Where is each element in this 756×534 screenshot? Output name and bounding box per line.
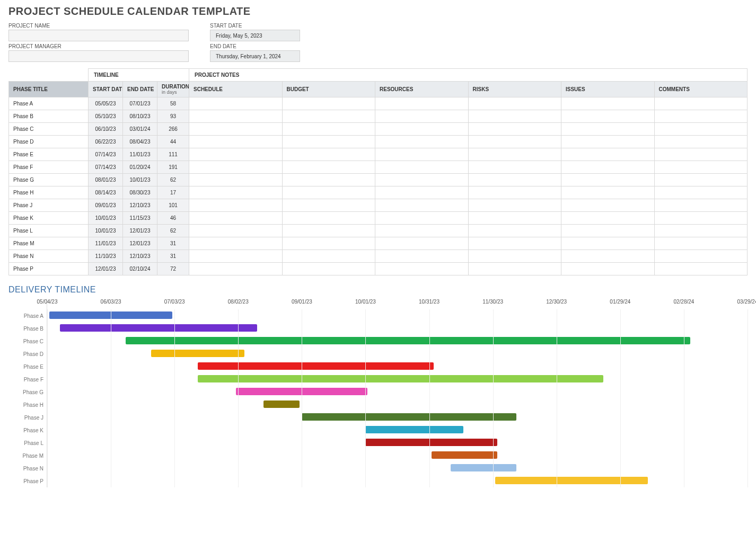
cell-budget[interactable] [282, 199, 375, 212]
cell-end[interactable]: 08/04/23 [123, 136, 157, 148]
cell-risks[interactable] [468, 148, 561, 161]
cell-budget[interactable] [282, 212, 375, 225]
cell-budget[interactable] [282, 97, 375, 110]
cell-resources[interactable] [375, 225, 469, 237]
cell-schedule[interactable] [189, 237, 283, 250]
cell-issues[interactable] [561, 174, 655, 186]
cell-end[interactable]: 12/01/23 [123, 237, 157, 250]
cell-schedule[interactable] [189, 148, 283, 161]
cell-comments[interactable] [654, 123, 748, 136]
table-row[interactable]: Phase B05/10/2308/10/2393 [9, 110, 748, 123]
cell-phase[interactable]: Phase F [9, 161, 89, 174]
cell-comments[interactable] [654, 148, 748, 161]
cell-schedule[interactable] [189, 263, 283, 275]
cell-duration[interactable]: 111 [157, 148, 189, 161]
cell-duration[interactable]: 266 [157, 123, 189, 136]
cell-end[interactable]: 10/01/23 [123, 174, 157, 186]
cell-comments[interactable] [654, 174, 748, 186]
cell-duration[interactable]: 62 [157, 174, 189, 186]
cell-end[interactable]: 02/10/24 [123, 263, 157, 275]
cell-end[interactable]: 08/30/23 [123, 186, 157, 199]
table-row[interactable]: Phase D06/22/2308/04/2344 [9, 136, 748, 148]
cell-duration[interactable]: 191 [157, 161, 189, 174]
cell-start[interactable]: 11/01/23 [89, 237, 123, 250]
cell-resources[interactable] [375, 263, 469, 275]
cell-budget[interactable] [282, 161, 375, 174]
cell-budget[interactable] [282, 110, 375, 123]
cell-end[interactable]: 12/10/23 [123, 199, 157, 212]
cell-resources[interactable] [375, 136, 469, 148]
cell-end[interactable]: 12/01/23 [123, 225, 157, 237]
cell-start[interactable]: 05/10/23 [89, 110, 123, 123]
cell-phase[interactable]: Phase A [9, 97, 89, 110]
cell-issues[interactable] [561, 237, 655, 250]
cell-start[interactable]: 12/01/23 [89, 263, 123, 275]
cell-issues[interactable] [561, 225, 655, 237]
table-row[interactable]: Phase E07/14/2311/01/23111 [9, 148, 748, 161]
cell-issues[interactable] [561, 148, 655, 161]
cell-resources[interactable] [375, 123, 469, 136]
cell-risks[interactable] [468, 250, 561, 263]
cell-issues[interactable] [561, 161, 655, 174]
cell-issues[interactable] [561, 97, 655, 110]
cell-comments[interactable] [654, 136, 748, 148]
cell-risks[interactable] [468, 186, 561, 199]
cell-comments[interactable] [654, 250, 748, 263]
table-row[interactable]: Phase A05/05/2307/01/2358 [9, 97, 748, 110]
table-row[interactable]: Phase L10/01/2312/01/2362 [9, 225, 748, 237]
cell-start[interactable]: 10/01/23 [89, 212, 123, 225]
cell-start[interactable]: 07/14/23 [89, 161, 123, 174]
cell-issues[interactable] [561, 250, 655, 263]
table-row[interactable]: Phase K10/01/2311/15/2346 [9, 212, 748, 225]
cell-budget[interactable] [282, 136, 375, 148]
cell-risks[interactable] [468, 174, 561, 186]
cell-risks[interactable] [468, 263, 561, 275]
cell-resources[interactable] [375, 186, 469, 199]
cell-phase[interactable]: Phase B [9, 110, 89, 123]
table-row[interactable]: Phase N11/10/2312/10/2331 [9, 250, 748, 263]
cell-resources[interactable] [375, 148, 469, 161]
cell-budget[interactable] [282, 186, 375, 199]
cell-duration[interactable]: 101 [157, 199, 189, 212]
cell-end[interactable]: 12/10/23 [123, 250, 157, 263]
cell-end[interactable]: 08/10/23 [123, 110, 157, 123]
cell-schedule[interactable] [189, 225, 283, 237]
table-row[interactable]: Phase F07/14/2301/20/24191 [9, 161, 748, 174]
table-row[interactable]: Phase M11/01/2312/01/2331 [9, 237, 748, 250]
cell-budget[interactable] [282, 250, 375, 263]
cell-issues[interactable] [561, 199, 655, 212]
cell-risks[interactable] [468, 237, 561, 250]
cell-schedule[interactable] [189, 136, 283, 148]
cell-duration[interactable]: 17 [157, 186, 189, 199]
cell-budget[interactable] [282, 174, 375, 186]
cell-phase[interactable]: Phase J [9, 199, 89, 212]
cell-resources[interactable] [375, 212, 469, 225]
cell-duration[interactable]: 46 [157, 212, 189, 225]
cell-comments[interactable] [654, 212, 748, 225]
cell-phase[interactable]: Phase L [9, 225, 89, 237]
cell-end[interactable]: 03/01/24 [123, 123, 157, 136]
cell-duration[interactable]: 72 [157, 263, 189, 275]
table-row[interactable]: Phase H08/14/2308/30/2317 [9, 186, 748, 199]
cell-issues[interactable] [561, 263, 655, 275]
cell-risks[interactable] [468, 136, 561, 148]
cell-schedule[interactable] [189, 186, 283, 199]
cell-comments[interactable] [654, 97, 748, 110]
cell-comments[interactable] [654, 237, 748, 250]
cell-issues[interactable] [561, 136, 655, 148]
cell-risks[interactable] [468, 212, 561, 225]
cell-schedule[interactable] [189, 174, 283, 186]
cell-start[interactable]: 07/14/23 [89, 148, 123, 161]
cell-risks[interactable] [468, 123, 561, 136]
cell-budget[interactable] [282, 225, 375, 237]
cell-comments[interactable] [654, 225, 748, 237]
cell-phase[interactable]: Phase M [9, 237, 89, 250]
cell-phase[interactable]: Phase P [9, 263, 89, 275]
cell-start[interactable]: 08/01/23 [89, 174, 123, 186]
cell-phase[interactable]: Phase E [9, 148, 89, 161]
cell-schedule[interactable] [189, 161, 283, 174]
cell-risks[interactable] [468, 97, 561, 110]
cell-end[interactable]: 11/01/23 [123, 148, 157, 161]
cell-budget[interactable] [282, 123, 375, 136]
cell-schedule[interactable] [189, 212, 283, 225]
